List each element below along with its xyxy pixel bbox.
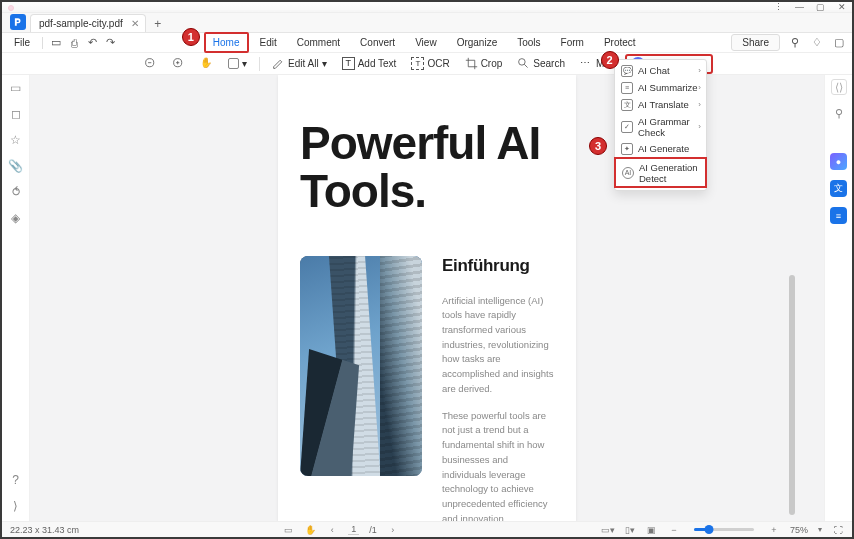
tab-organize[interactable]: Organize <box>448 32 507 53</box>
document-tab[interactable]: pdf-sample-city.pdf ✕ <box>30 14 146 32</box>
generate-icon: ✦ <box>621 143 633 155</box>
thumbnails-icon[interactable]: ▭ <box>9 81 23 95</box>
zoom-out-status[interactable]: − <box>668 524 680 536</box>
share-button[interactable]: Share <box>731 34 780 51</box>
left-sidebar: ▭ ◻ ☆ 📎 ⥀ ◈ ? ⟩ <box>2 75 30 521</box>
toolbar-ribbon: ✋ ▾ Edit All▾ TAdd Text TOCR Crop Search… <box>2 53 852 75</box>
menu-ai-chat[interactable]: 💬AI Chat› <box>615 62 706 79</box>
read-mode-icon[interactable]: ▣ <box>646 524 658 536</box>
page-up-icon[interactable]: ‹ <box>326 524 338 536</box>
tab-tools[interactable]: Tools <box>508 32 549 53</box>
zoom-in-button[interactable] <box>169 55 188 72</box>
main-tabs: 1 Home Edit Comment Convert View Organiz… <box>121 32 727 53</box>
ai-chat-chip[interactable]: ● <box>830 153 847 170</box>
attachment-icon[interactable]: 📎 <box>9 159 23 173</box>
redo-icon[interactable]: ↷ <box>103 36 117 50</box>
menu-ai-grammar[interactable]: ✓AI Grammar Check› <box>615 113 706 140</box>
chevron-right-icon: › <box>698 100 701 109</box>
section-title: Einführung <box>442 256 554 276</box>
zoom-value: 75% <box>790 525 808 535</box>
menu-ai-summarize[interactable]: ≡AI Summarize› <box>615 79 706 96</box>
maximize-icon[interactable]: ▢ <box>816 3 825 12</box>
bookmark-icon[interactable]: ◻ <box>9 107 23 121</box>
ai-assistant-menu: 💬AI Chat› ≡AI Summarize› 文AI Translate› … <box>614 59 707 191</box>
chat-icon: 💬 <box>621 65 633 77</box>
page-dimensions: 22.23 x 31.43 cm <box>10 525 79 535</box>
save-icon[interactable]: ▭ <box>49 36 63 50</box>
edit-all-button[interactable]: Edit All▾ <box>269 55 330 72</box>
svg-line-6 <box>525 64 528 67</box>
grammar-icon: ✓ <box>621 121 633 133</box>
file-menu[interactable]: File <box>8 35 36 50</box>
tab-edit[interactable]: Edit <box>251 32 286 53</box>
scrollbar-thumb[interactable] <box>789 275 795 515</box>
app-logo-icon <box>10 14 26 30</box>
tab-convert[interactable]: Convert <box>351 32 404 53</box>
expand-sidebar-icon[interactable]: ⟩ <box>9 499 23 513</box>
tab-protect[interactable]: Protect <box>595 32 645 53</box>
svg-point-5 <box>519 59 526 66</box>
intro-paragraph-1: Artificial intelligence (AI) tools have … <box>442 294 554 397</box>
star-icon[interactable]: ☆ <box>9 133 23 147</box>
crop-button[interactable]: Crop <box>462 55 506 72</box>
status-bar: 22.23 x 31.43 cm ▭ ✋ ‹ 1 /1 › ▭▾ ▯▾ ▣ − … <box>2 521 852 537</box>
collapse-right-icon[interactable]: ⟨⟩ <box>831 79 847 95</box>
translate-icon: 文 <box>621 99 633 111</box>
hand-status-icon[interactable]: ✋ <box>304 524 316 536</box>
detect-icon: AI <box>622 167 634 179</box>
pdf-page: Powerful AI Tools. Einführung Artificial… <box>278 75 576 521</box>
tab-view[interactable]: View <box>406 32 446 53</box>
select-tool-icon[interactable]: ▭ <box>282 524 294 536</box>
print-icon[interactable]: ⎙ <box>67 36 81 50</box>
menu-ai-generation-detect[interactable]: AIAI Generation Detect <box>614 157 707 188</box>
add-text-button[interactable]: TAdd Text <box>339 55 400 72</box>
page-heading: Powerful AI Tools. <box>300 119 554 216</box>
zoom-out-button[interactable] <box>141 55 160 72</box>
window-mode-icon[interactable]: ▢ <box>832 36 846 50</box>
ocr-button[interactable]: TOCR <box>408 55 452 72</box>
tab-home[interactable]: Home <box>204 32 249 53</box>
right-sidebar: ⟨⟩ ⚲ ● 文 ≡ <box>824 75 852 521</box>
chevron-right-icon: › <box>698 83 701 92</box>
fullscreen-icon[interactable]: ⛶ <box>832 524 844 536</box>
hand-tool-button[interactable]: ✋ <box>197 55 216 72</box>
summary-chip[interactable]: ≡ <box>830 207 847 224</box>
undo-icon[interactable]: ↶ <box>85 36 99 50</box>
page-down-icon[interactable]: › <box>387 524 399 536</box>
new-tab-button[interactable]: + <box>150 16 166 32</box>
single-page-icon[interactable]: ▯▾ <box>624 524 636 536</box>
search-button[interactable]: Search <box>514 55 568 72</box>
settings-icon[interactable]: ⋮ <box>774 3 783 12</box>
zoom-in-status[interactable]: + <box>768 524 780 536</box>
city-photo <box>300 256 422 476</box>
brand-dot <box>8 5 14 11</box>
annotation-badge-1: 1 <box>182 28 200 46</box>
link-icon[interactable]: ⥀ <box>9 185 23 199</box>
bell-icon[interactable]: ♢ <box>810 36 824 50</box>
close-tab-icon[interactable]: ✕ <box>131 18 139 29</box>
chevron-right-icon: › <box>698 66 701 75</box>
properties-icon[interactable]: ⚲ <box>831 105 847 121</box>
tab-form[interactable]: Form <box>552 32 593 53</box>
translate-chip[interactable]: 文 <box>830 180 847 197</box>
workspace: ▭ ◻ ☆ 📎 ⥀ ◈ ? ⟩ Powerful AI Tools. Einfü… <box>2 75 852 521</box>
menu-ai-translate[interactable]: 文AI Translate› <box>615 96 706 113</box>
menu-bar: File ▭ ⎙ ↶ ↷ 1 Home Edit Comment Convert… <box>2 33 852 53</box>
menu-ai-generate[interactable]: ✦AI Generate <box>615 140 706 157</box>
zoom-slider[interactable] <box>694 528 754 531</box>
separator <box>42 37 43 49</box>
document-tab-bar: pdf-sample-city.pdf ✕ + <box>2 13 852 33</box>
tab-comment[interactable]: Comment <box>288 32 349 53</box>
fit-width-icon[interactable]: ▭▾ <box>602 524 614 536</box>
close-window-icon[interactable]: ✕ <box>837 3 846 12</box>
layers-icon[interactable]: ◈ <box>9 211 23 225</box>
summarize-icon: ≡ <box>621 82 633 94</box>
page-current: 1 <box>348 524 359 535</box>
intro-paragraph-2: These powerful tools are not just a tren… <box>442 409 554 521</box>
shape-dropdown-button[interactable]: ▾ <box>225 56 250 71</box>
figure-icon[interactable]: ⚲ <box>788 36 802 50</box>
minimize-icon[interactable]: — <box>795 3 804 12</box>
help-icon[interactable]: ? <box>9 473 23 487</box>
window-titlebar: ⋮ — ▢ ✕ <box>2 2 852 13</box>
tab-title: pdf-sample-city.pdf <box>39 18 123 29</box>
